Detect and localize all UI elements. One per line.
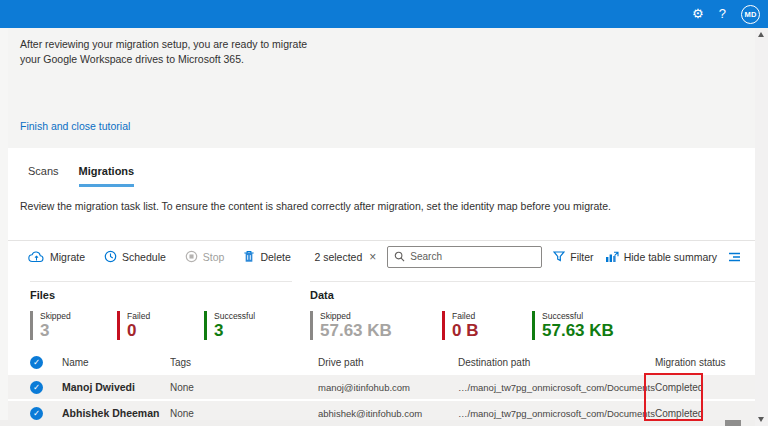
files-summary-section: Files Skipped 3 Failed 0 Successful 3: [30, 281, 292, 340]
data-successful-tile: Successful 57.63 KB: [532, 311, 662, 340]
search-input[interactable]: [410, 251, 535, 262]
files-successful-tile: Successful 3: [204, 311, 291, 340]
command-bar-left: Migrate Schedule Stop Delete: [8, 250, 291, 263]
tutorial-panel: After reviewing your migration setup, yo…: [8, 28, 755, 148]
row-checkbox[interactable]: ✓: [30, 381, 43, 394]
files-skipped-tile: Skipped 3: [30, 311, 117, 340]
row-tags: None: [170, 408, 318, 419]
row-name: Abhishek Dheeman: [62, 407, 170, 419]
data-successful-value: 57.63 KB: [542, 321, 662, 340]
delete-label: Delete: [260, 251, 290, 263]
selected-count: 2 selected: [314, 251, 362, 263]
clear-selection-icon[interactable]: ×: [369, 250, 376, 264]
tutorial-text: After reviewing your migration setup, yo…: [20, 37, 307, 67]
finish-tutorial-link[interactable]: Finish and close tutorial: [20, 120, 130, 132]
delete-trash-icon: [243, 250, 255, 263]
account-avatar[interactable]: MD: [741, 5, 760, 24]
filter-button[interactable]: Filter: [553, 251, 593, 263]
column-header-tags[interactable]: Tags: [170, 357, 318, 368]
files-skipped-value: 3: [40, 321, 117, 340]
tab-migrations[interactable]: Migrations: [79, 165, 135, 187]
schedule-label: Schedule: [122, 251, 166, 263]
view-options-icon[interactable]: [728, 252, 741, 262]
hide-table-summary-button[interactable]: Hide table summary: [605, 251, 717, 263]
files-failed-value: 0: [127, 321, 204, 340]
data-successful-label: Successful: [542, 311, 662, 321]
files-summary-title: Files: [30, 289, 292, 301]
scroll-down-arrow-icon[interactable]: [758, 417, 764, 422]
row-migration-status: Completed: [655, 382, 755, 393]
data-skipped-value: 57.63 KB: [320, 321, 442, 340]
data-summary-tiles: Skipped 57.63 KB Failed 0 B Successful 5…: [310, 311, 755, 340]
horizontal-scroll-thumb[interactable]: [725, 420, 741, 426]
stop-label: Stop: [203, 251, 225, 263]
column-header-drive-path[interactable]: Drive path: [318, 357, 458, 368]
table-row[interactable]: ✓ Manoj Dwivedi None manoj@itinfohub.com…: [8, 375, 755, 399]
select-all-checkbox[interactable]: ✓: [30, 356, 43, 369]
files-successful-value: 3: [214, 321, 291, 340]
files-successful-label: Successful: [214, 311, 291, 321]
table-summary-icon: [605, 251, 619, 263]
row-name: Manoj Dwivedi: [62, 381, 170, 393]
filter-label: Filter: [570, 251, 593, 263]
row-migration-status: Completed: [655, 408, 755, 419]
migration-manager-page: ⚙ ? MD After reviewing your migration se…: [0, 0, 768, 426]
data-summary-title: Data: [310, 289, 755, 301]
row-destination-path: …/manoj_tw7pg_onmicrosoft_com/Documents: [458, 408, 655, 419]
settings-gear-icon[interactable]: ⚙: [692, 0, 704, 28]
data-skipped-tile: Skipped 57.63 KB: [310, 311, 442, 340]
scroll-up-arrow-icon[interactable]: [758, 32, 764, 37]
search-box: [387, 246, 542, 268]
migrate-label: Migrate: [50, 251, 85, 263]
page-description: Review the migration task list. To ensur…: [20, 200, 611, 212]
stop-button[interactable]: Stop: [185, 250, 225, 263]
data-failed-label: Failed: [452, 311, 532, 321]
command-bar-right: 2 selected × Filter Hide table summary: [314, 246, 755, 268]
filter-funnel-icon: [553, 251, 565, 262]
search-icon: [394, 251, 405, 262]
migrate-cloud-icon: [28, 251, 45, 263]
data-summary-section: Data Skipped 57.63 KB Failed 0 B Success…: [310, 281, 755, 340]
left-gutter: [0, 28, 8, 420]
hide-table-summary-label: Hide table summary: [624, 251, 717, 263]
column-header-name[interactable]: Name: [62, 357, 170, 368]
horizontal-scrollbar[interactable]: [0, 420, 755, 426]
row-tags: None: [170, 382, 318, 393]
tab-scans[interactable]: Scans: [28, 165, 59, 187]
help-icon[interactable]: ?: [719, 0, 726, 28]
schedule-clock-icon: [104, 250, 117, 263]
files-skipped-label: Skipped: [40, 311, 117, 321]
data-failed-tile: Failed 0 B: [442, 311, 532, 340]
tutorial-line-1: After reviewing your migration setup, yo…: [20, 37, 307, 52]
table-header-row: ✓ Name Tags Drive path Destination path …: [8, 352, 755, 373]
stop-icon: [185, 250, 198, 263]
migration-task-table: ✓ Name Tags Drive path Destination path …: [8, 352, 755, 425]
data-failed-value: 0 B: [452, 321, 532, 340]
row-destination-path: …/manoj_tw7pg_onmicrosoft_com/Documents: [458, 382, 655, 393]
delete-button[interactable]: Delete: [243, 250, 290, 263]
migrate-button[interactable]: Migrate: [28, 251, 85, 263]
tutorial-line-2: your Google Workspace drives to Microsof…: [20, 52, 307, 67]
files-failed-label: Failed: [127, 311, 204, 321]
vertical-scrollbar[interactable]: [755, 28, 768, 426]
schedule-button[interactable]: Schedule: [104, 250, 166, 263]
row-drive-path: manoj@itinfohub.com: [318, 382, 458, 393]
data-skipped-label: Skipped: [320, 311, 442, 321]
files-summary-tiles: Skipped 3 Failed 0 Successful 3: [30, 311, 292, 340]
column-header-migration-status[interactable]: Migration status: [655, 357, 755, 368]
suite-header: ⚙ ? MD: [0, 0, 768, 28]
files-failed-tile: Failed 0: [117, 311, 204, 340]
command-bar: Migrate Schedule Stop Delete: [8, 240, 755, 272]
pivot-tabs: Scans Migrations: [28, 165, 134, 187]
column-header-destination-path[interactable]: Destination path: [458, 357, 655, 368]
row-drive-path: abhishek@itinfohub.com: [318, 408, 458, 419]
row-checkbox[interactable]: ✓: [30, 407, 43, 420]
